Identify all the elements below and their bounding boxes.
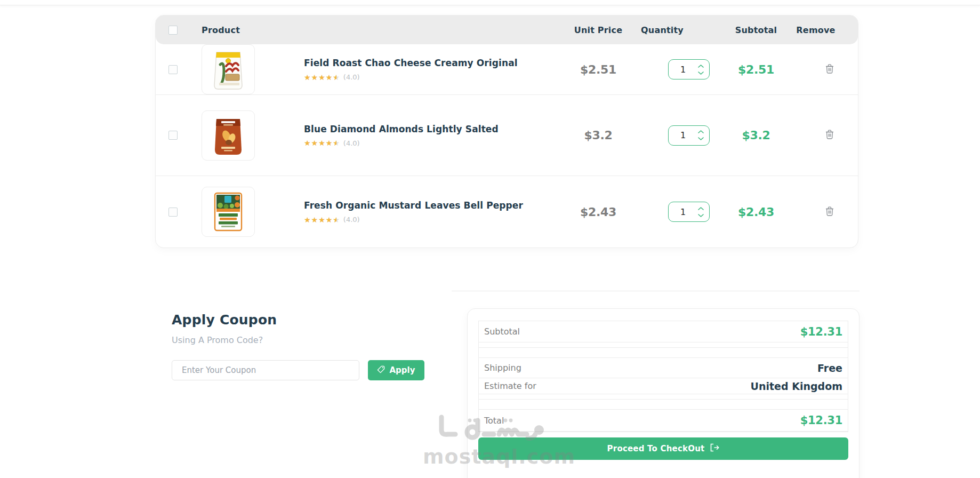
summary-spacer xyxy=(479,342,848,348)
tag-icon xyxy=(377,365,385,376)
order-summary-table: Subtotal $12.31 Shipping Free Estimate f… xyxy=(478,321,848,432)
exit-arrow-icon xyxy=(710,443,719,454)
trash-icon xyxy=(825,133,834,141)
product-image xyxy=(202,110,255,161)
remove-item-button[interactable] xyxy=(824,63,835,76)
quantity-stepper[interactable]: 1 xyxy=(668,125,710,146)
product-image xyxy=(202,187,255,237)
product-name[interactable]: Blue Diamond Almonds Lightly Salted xyxy=(304,124,566,134)
row-subtotal: $3.2 xyxy=(742,129,770,142)
summary-shipping-label: Shipping xyxy=(484,363,521,373)
star-icon: ★★ xyxy=(318,139,325,147)
cart-row: Fresh Organic Mustard Leaves Bell Pepper… xyxy=(156,176,858,248)
chevron-down-icon[interactable] xyxy=(698,214,704,217)
coupon-section: Apply Coupon Using A Promo Code? Apply xyxy=(172,312,424,380)
coupon-subtitle: Using A Promo Code? xyxy=(172,335,424,345)
remove-item-button[interactable] xyxy=(824,205,835,219)
row-subtotal: $2.43 xyxy=(738,205,774,219)
chevron-down-icon[interactable] xyxy=(698,137,704,140)
header-remove: Remove xyxy=(796,25,835,35)
rating-value: (4.0) xyxy=(343,216,360,224)
coupon-title: Apply Coupon xyxy=(172,312,424,328)
row-checkbox[interactable] xyxy=(168,208,178,217)
rating-stars: ★★★★★★★★★★ xyxy=(304,139,340,147)
proceed-to-checkout-button[interactable]: Proceed To CheckOut xyxy=(478,437,848,460)
header-product: Product xyxy=(202,25,240,35)
header-unit-price: Unit Price xyxy=(574,25,623,35)
chevron-down-icon[interactable] xyxy=(698,71,704,75)
remove-item-button[interactable] xyxy=(824,129,835,142)
star-icon: ★★ xyxy=(318,216,325,224)
star-icon: ★★ xyxy=(311,216,318,224)
header-quantity: Quantity xyxy=(641,25,684,35)
row-checkbox[interactable] xyxy=(168,131,178,140)
summary-total-value: $12.31 xyxy=(800,414,842,427)
product-image xyxy=(202,44,255,94)
summary-spacer xyxy=(479,348,848,358)
cart-table: Product Unit Price Quantity Subtotal Rem… xyxy=(155,15,858,248)
row-checkbox[interactable] xyxy=(168,65,178,74)
product-name[interactable]: Fresh Organic Mustard Leaves Bell Pepper xyxy=(304,200,566,211)
quantity-value[interactable]: 1 xyxy=(669,207,695,217)
star-icon: ★★ xyxy=(333,139,340,147)
summary-estimate-label: Estimate for xyxy=(484,381,536,391)
quantity-stepper[interactable]: 1 xyxy=(668,59,710,79)
summary-shipping-value: Free xyxy=(817,362,842,374)
summary-spacer xyxy=(479,394,848,400)
apply-coupon-button[interactable]: Apply xyxy=(368,360,424,380)
summary-estimate-value: United Kingdom xyxy=(751,380,842,392)
order-summary-card: Subtotal $12.31 Shipping Free Estimate f… xyxy=(467,308,859,478)
summary-subtotal-label: Subtotal xyxy=(484,326,520,337)
rating-value: (4.0) xyxy=(343,139,360,147)
summary-subtotal-value: $12.31 xyxy=(800,325,842,338)
unit-price: $3.2 xyxy=(584,129,612,142)
star-icon: ★★ xyxy=(304,139,311,147)
star-icon: ★★ xyxy=(326,74,333,81)
rating-stars: ★★★★★★★★★★ xyxy=(304,216,340,224)
star-icon: ★★ xyxy=(318,74,325,81)
row-subtotal: $2.51 xyxy=(738,63,774,76)
select-all-checkbox[interactable] xyxy=(168,26,178,35)
apply-button-label: Apply xyxy=(389,365,415,375)
rating-stars: ★★★★★★★★★★ xyxy=(304,74,340,81)
star-icon: ★★ xyxy=(326,216,333,224)
checkout-button-label: Proceed To CheckOut xyxy=(607,444,705,453)
trash-icon xyxy=(825,210,834,218)
star-icon: ★★ xyxy=(311,74,318,81)
star-icon: ★★ xyxy=(311,139,318,147)
quantity-stepper[interactable]: 1 xyxy=(668,202,710,222)
star-icon: ★★ xyxy=(304,74,311,81)
cart-row: Blue Diamond Almonds Lightly Salted ★★★★… xyxy=(156,94,858,176)
header-subtotal: Subtotal xyxy=(735,25,777,35)
summary-spacer xyxy=(479,400,848,410)
cart-rows: Field Roast Chao Cheese Creamy Original … xyxy=(156,44,858,248)
cart-table-header: Product Unit Price Quantity Subtotal Rem… xyxy=(156,15,858,44)
unit-price: $2.43 xyxy=(580,205,616,219)
quantity-value[interactable]: 1 xyxy=(669,130,695,140)
chevron-up-icon[interactable] xyxy=(698,65,704,68)
rating-value: (4.0) xyxy=(343,73,360,81)
star-icon: ★★ xyxy=(304,216,311,224)
coupon-input[interactable] xyxy=(172,360,359,380)
star-icon: ★★ xyxy=(326,139,333,147)
chevron-up-icon[interactable] xyxy=(698,130,704,133)
navbar-bottom-edge xyxy=(0,0,980,5)
unit-price: $2.51 xyxy=(580,63,616,76)
star-icon: ★★ xyxy=(333,74,340,81)
chevron-up-icon[interactable] xyxy=(698,207,704,210)
trash-icon xyxy=(825,67,834,75)
cart-row: Field Roast Chao Cheese Creamy Original … xyxy=(156,44,858,94)
section-divider xyxy=(452,291,859,291)
star-icon: ★★ xyxy=(333,216,340,224)
product-name[interactable]: Field Roast Chao Cheese Creamy Original xyxy=(304,58,566,68)
summary-total-label: Total xyxy=(484,416,504,426)
quantity-value[interactable]: 1 xyxy=(669,65,695,75)
